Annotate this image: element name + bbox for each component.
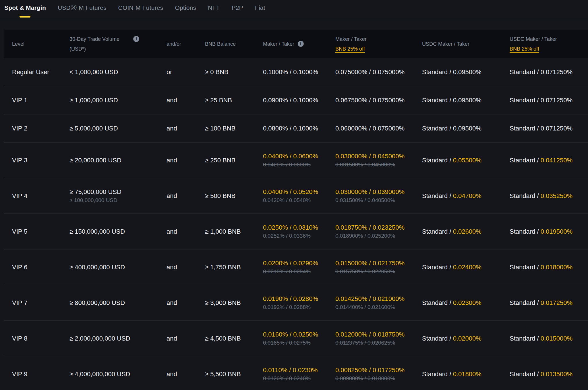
- usdc-maker-taker-bnb-cell: Standard / 0.071250%: [510, 68, 588, 76]
- table-row: VIP 3 ≥ 20,000,000 USD and ≥ 250 BNB 0.0…: [4, 143, 588, 178]
- andor-cell: and: [167, 299, 205, 307]
- level-cell: VIP 9: [4, 370, 69, 378]
- usdc-maker-taker-bnb-cell: Standard / 0.041250%: [510, 157, 588, 164]
- usdc-maker-taker-cell: Standard / 0.09500%: [422, 68, 510, 76]
- trade-volume-cell: ≥ 400,000,000 USD: [69, 263, 167, 272]
- maker-taker-cell: 0.0400% / 0.0600% 0.0420% / 0.0600%: [263, 152, 335, 168]
- table-row: VIP 8 ≥ 2,000,000,000 USD and ≥ 4,500 BN…: [4, 321, 588, 356]
- level-cell: VIP 5: [4, 228, 69, 235]
- fee-category-tabs: Spot & MarginUSDⓈ-M FuturesCOIN-M Future…: [0, 0, 588, 19]
- maker-taker-cell: 0.0250% / 0.0310% 0.0252% / 0.0336%: [263, 223, 335, 240]
- header-usdc-maker-taker-bnb-label: USDC Maker / Taker: [510, 34, 588, 44]
- bnb-balance-cell: ≥ 1,750 BNB: [205, 264, 263, 271]
- level-cell: VIP 1: [4, 97, 69, 104]
- trade-volume-cell: ≥ 2,000,000,000 USD: [69, 334, 167, 343]
- fee-table-header: Level 30-Day Trade Volume i (USD*) and/o…: [4, 30, 588, 58]
- header-maker-taker-bnb-label: Maker / Taker: [335, 34, 422, 44]
- tab-spot-margin[interactable]: Spot & Margin: [4, 0, 47, 19]
- usdc-maker-taker-bnb-cell: Standard / 0.071250%: [510, 97, 588, 104]
- tab-nft[interactable]: NFT: [207, 0, 220, 19]
- andor-cell: or: [167, 68, 205, 76]
- level-cell: VIP 2: [4, 125, 69, 132]
- usdc-maker-taker-bnb-cell: Standard / 0.013500%: [510, 370, 588, 378]
- header-maker-taker-bnb: Maker / Taker BNB 25% off: [335, 34, 422, 54]
- usdc-maker-taker-cell: Standard / 0.09500%: [422, 125, 510, 132]
- bnb-balance-cell: ≥ 250 BNB: [205, 157, 263, 164]
- maker-taker-bnb-cell: 0.060000% / 0.075000%: [335, 124, 422, 133]
- table-row: VIP 9 ≥ 4,000,000,000 USD and ≥ 5,500 BN…: [4, 356, 588, 390]
- usdc-maker-taker-bnb-cell: Standard / 0.035250%: [510, 192, 588, 200]
- trade-volume-cell: ≥ 20,000,000 USD: [69, 156, 167, 165]
- bnb-balance-cell: ≥ 0 BNB: [205, 68, 263, 76]
- maker-taker-cell: 0.0160% / 0.0250% 0.0165% / 0.0275%: [263, 330, 335, 347]
- tab-p2p[interactable]: P2P: [231, 0, 244, 19]
- level-cell: VIP 6: [4, 264, 69, 271]
- level-cell: VIP 7: [4, 299, 69, 307]
- tab-usd-m-futures[interactable]: USDⓈ-M Futures: [57, 0, 107, 19]
- usdc-maker-taker-bnb-cell: Standard / 0.017250%: [510, 299, 588, 307]
- trade-volume-cell: ≥ 4,000,000,000 USD: [69, 370, 167, 379]
- trade-volume-cell: ≥ 75,000,000 USD ≥ 100,000,000 USD: [69, 188, 167, 204]
- usdc-maker-taker-bnb-cell: Standard / 0.019500%: [510, 228, 588, 235]
- usdc-maker-taker-bnb-cell: Standard / 0.015000%: [510, 335, 588, 342]
- fee-table-body: Regular User < 1,000,000 USD or ≥ 0 BNB …: [4, 58, 588, 390]
- bnb-balance-cell: ≥ 3,000 BNB: [205, 299, 263, 307]
- header-bnb-balance: BNB Balance: [205, 39, 263, 49]
- trade-volume-cell: ≥ 1,000,000 USD: [69, 96, 167, 105]
- table-row: VIP 7 ≥ 800,000,000 USD and ≥ 3,000 BNB …: [4, 285, 588, 321]
- bnb-balance-cell: ≥ 500 BNB: [205, 192, 263, 200]
- maker-taker-cell: 0.1000% / 0.1000%: [263, 68, 335, 76]
- usdc-maker-taker-cell: Standard / 0.02400%: [422, 264, 510, 271]
- bnb-discount-link[interactable]: BNB 25% off: [335, 44, 365, 54]
- maker-taker-cell: 0.0190% / 0.0280% 0.0192% / 0.0288%: [263, 295, 335, 311]
- info-icon[interactable]: i: [298, 41, 304, 47]
- bnb-balance-cell: ≥ 100 BNB: [205, 125, 263, 132]
- maker-taker-bnb-cell: 0.030000% / 0.039000% 0.031500% / 0.0405…: [335, 188, 422, 204]
- maker-taker-cell: 0.0800% / 0.1000%: [263, 124, 335, 133]
- maker-taker-bnb-cell: 0.075000% / 0.075000%: [335, 68, 422, 76]
- andor-cell: and: [167, 370, 205, 378]
- table-row: VIP 4 ≥ 75,000,000 USD ≥ 100,000,000 USD…: [4, 178, 588, 214]
- maker-taker-cell: 0.0400% / 0.0520% 0.0420% / 0.0540%: [263, 188, 335, 204]
- maker-taker-bnb-cell: 0.018750% / 0.023250% 0.018900% / 0.0252…: [335, 223, 422, 240]
- usdc-maker-taker-cell: Standard / 0.02000%: [422, 335, 510, 342]
- maker-taker-cell: 0.0900% / 0.1000%: [263, 96, 335, 105]
- level-cell: VIP 3: [4, 157, 69, 164]
- header-trade-volume-label: 30-Day Trade Volume: [69, 34, 119, 44]
- maker-taker-bnb-cell: 0.012000% / 0.018750% 0.012375% / 0.0206…: [335, 330, 422, 347]
- tab-fiat[interactable]: Fiat: [254, 0, 266, 19]
- andor-cell: and: [167, 264, 205, 271]
- andor-cell: and: [167, 192, 205, 200]
- table-row: VIP 1 ≥ 1,000,000 USD and ≥ 25 BNB 0.090…: [4, 86, 588, 114]
- trade-volume-cell: ≥ 150,000,000 USD: [69, 227, 167, 236]
- maker-taker-bnb-cell: 0.008250% / 0.017250% 0.009000% / 0.0180…: [335, 366, 422, 382]
- header-trade-volume-unit: (USD*): [69, 44, 167, 54]
- usdc-maker-taker-cell: Standard / 0.02300%: [422, 299, 510, 307]
- bnb-discount-link[interactable]: BNB 25% off: [510, 44, 539, 54]
- header-level: Level: [4, 39, 69, 49]
- usdc-maker-taker-cell: Standard / 0.02600%: [422, 228, 510, 235]
- usdc-maker-taker-cell: Standard / 0.05500%: [422, 157, 510, 164]
- header-trade-volume: 30-Day Trade Volume i (USD*): [69, 34, 167, 54]
- usdc-maker-taker-bnb-cell: Standard / 0.018000%: [510, 264, 588, 271]
- bnb-balance-cell: ≥ 4,500 BNB: [205, 335, 263, 342]
- maker-taker-bnb-cell: 0.030000% / 0.045000% 0.031500% / 0.0450…: [335, 152, 422, 168]
- maker-taker-bnb-cell: 0.014250% / 0.021000% 0.014400% / 0.0216…: [335, 295, 422, 311]
- level-cell: VIP 8: [4, 335, 69, 342]
- table-row: VIP 2 ≥ 5,000,000 USD and ≥ 100 BNB 0.08…: [4, 114, 588, 143]
- usdc-maker-taker-bnb-cell: Standard / 0.071250%: [510, 125, 588, 132]
- tab-coin-m-futures[interactable]: COIN-M Futures: [118, 0, 164, 19]
- table-row: VIP 6 ≥ 400,000,000 USD and ≥ 1,750 BNB …: [4, 249, 588, 285]
- table-row: Regular User < 1,000,000 USD or ≥ 0 BNB …: [4, 58, 588, 86]
- fee-table: Level 30-Day Trade Volume i (USD*) and/o…: [4, 30, 588, 390]
- header-maker-taker: Maker / Taker i: [263, 39, 335, 49]
- bnb-balance-cell: ≥ 25 BNB: [205, 97, 263, 104]
- maker-taker-bnb-cell: 0.015000% / 0.021750% 0.015750% / 0.0220…: [335, 259, 422, 275]
- bnb-balance-cell: ≥ 1,000 BNB: [205, 228, 263, 235]
- info-icon[interactable]: i: [133, 36, 139, 42]
- maker-taker-cell: 0.0110% / 0.0230% 0.0120% / 0.0240%: [263, 366, 335, 382]
- header-usdc-maker-taker: USDC Maker / Taker: [422, 39, 510, 49]
- tab-options[interactable]: Options: [174, 0, 197, 19]
- maker-taker-cell: 0.0200% / 0.0290% 0.0210% / 0.0294%: [263, 259, 335, 275]
- header-maker-taker-label: Maker / Taker: [263, 39, 294, 49]
